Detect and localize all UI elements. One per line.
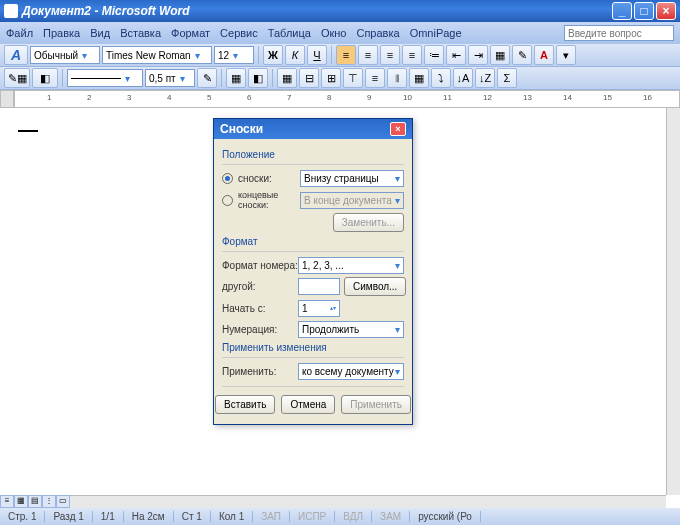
symbol-button[interactable]: Символ... xyxy=(344,277,406,296)
sort-desc-icon[interactable]: ↓Z xyxy=(475,68,495,88)
app-icon xyxy=(4,4,18,18)
status-bar: Стр. 1 Разд 1 1/1 На 2см Ст 1 Кол 1 ЗАП … xyxy=(0,508,680,525)
tables-toolbar: ✎▦ ◧ 0,5 пт ✎ ▦ ◧ ▦ ⊟ ⊞ ⊤ ≡ ⦀ ▦ ⤵ ↓A ↓Z … xyxy=(0,67,680,90)
insert-button[interactable]: Вставить xyxy=(215,395,275,414)
formatting-toolbar: A Обычный Times New Roman 12 Ж К Ч ≡ ≡ ≡… xyxy=(0,44,680,67)
distribute-cols-icon[interactable]: ⦀ xyxy=(387,68,407,88)
maximize-button[interactable]: □ xyxy=(634,2,654,20)
ruler-gutter xyxy=(0,90,14,108)
numbering-select[interactable]: Продолжить xyxy=(298,321,404,338)
menu-tools[interactable]: Сервис xyxy=(220,27,258,39)
close-button[interactable]: × xyxy=(656,2,676,20)
horizontal-ruler[interactable]: 12 34 56 78 910 1112 1314 1516 xyxy=(14,90,680,108)
reading-view-icon[interactable]: ▭ xyxy=(56,495,70,508)
menu-insert[interactable]: Вставка xyxy=(120,27,161,39)
status-column: Кол 1 xyxy=(211,511,253,522)
print-view-icon[interactable]: ▤ xyxy=(28,495,42,508)
bold-icon[interactable]: Ж xyxy=(263,45,283,65)
line-style-select[interactable] xyxy=(67,69,143,87)
menu-view[interactable]: Вид xyxy=(90,27,110,39)
text-direction-icon[interactable]: ⤵ xyxy=(431,68,451,88)
window-titlebar: Документ2 - Microsoft Word _ □ × xyxy=(0,0,680,22)
border-color-icon[interactable]: ✎ xyxy=(197,68,217,88)
status-pages: 1/1 xyxy=(93,511,124,522)
vertical-scrollbar[interactable] xyxy=(666,108,680,495)
menu-edit[interactable]: Правка xyxy=(43,27,80,39)
custom-mark-input[interactable] xyxy=(298,278,340,295)
toolbar-chevron-icon[interactable]: ▾ xyxy=(556,45,576,65)
distribute-rows-icon[interactable]: ≡ xyxy=(365,68,385,88)
status-trk: ИСПР xyxy=(290,511,335,522)
numbered-list-icon[interactable]: ≡ xyxy=(402,45,422,65)
menu-bar: Файл Правка Вид Вставка Формат Сервис Та… xyxy=(0,22,680,44)
bulleted-list-icon[interactable]: ≔ xyxy=(424,45,444,65)
status-line: Ст 1 xyxy=(174,511,211,522)
draw-table-icon[interactable]: ✎▦ xyxy=(4,68,30,88)
outside-border-icon[interactable]: ▦ xyxy=(226,68,246,88)
change-button: Заменить... xyxy=(333,213,404,232)
font-size-select[interactable]: 12 xyxy=(214,46,254,64)
sort-asc-icon[interactable]: ↓A xyxy=(453,68,473,88)
menu-table[interactable]: Таблица xyxy=(268,27,311,39)
font-select[interactable]: Times New Roman xyxy=(102,46,212,64)
apply-button: Применить xyxy=(341,395,411,414)
dialog-titlebar[interactable]: Сноски × xyxy=(214,119,412,139)
view-buttons: ≡ ▦ ▤ ⋮ ▭ xyxy=(0,495,70,508)
decrease-indent-icon[interactable]: ⇤ xyxy=(446,45,466,65)
menu-omnipage[interactable]: OmniPage xyxy=(410,27,462,39)
underline-icon[interactable]: Ч xyxy=(307,45,327,65)
line-width-select[interactable]: 0,5 пт xyxy=(145,69,195,87)
footnotes-location-select[interactable]: Внизу страницы xyxy=(300,170,404,187)
autoformat-icon[interactable]: ▦ xyxy=(409,68,429,88)
insert-table-icon[interactable]: ▦ xyxy=(277,68,297,88)
status-position: На 2см xyxy=(124,511,174,522)
status-ext: ВДЛ xyxy=(335,511,372,522)
merge-cells-icon[interactable]: ⊟ xyxy=(299,68,319,88)
status-rec: ЗАП xyxy=(253,511,290,522)
align-center-icon[interactable]: ≡ xyxy=(358,45,378,65)
status-page: Стр. 1 xyxy=(0,511,45,522)
number-format-label: Формат номера: xyxy=(222,260,298,271)
highlight-icon[interactable]: ✎ xyxy=(512,45,532,65)
align-left-icon[interactable]: ≡ xyxy=(336,45,356,65)
status-language: русский (Ро xyxy=(410,511,481,522)
footnotes-dialog: Сноски × Положение сноски: Внизу страниц… xyxy=(213,118,413,425)
custom-mark-label: другой: xyxy=(222,281,298,292)
dialog-title: Сноски xyxy=(220,122,263,136)
menu-file[interactable]: Файл xyxy=(6,27,33,39)
radio-endnotes-label: концевые сноски: xyxy=(238,190,300,210)
horizontal-scrollbar[interactable] xyxy=(70,495,666,508)
style-select[interactable]: Обычный xyxy=(30,46,100,64)
menu-window[interactable]: Окно xyxy=(321,27,347,39)
align-right-icon[interactable]: ≡ xyxy=(380,45,400,65)
dialog-close-button[interactable]: × xyxy=(390,122,406,136)
align-top-icon[interactable]: ⊤ xyxy=(343,68,363,88)
minimize-button[interactable]: _ xyxy=(612,2,632,20)
autosum-icon[interactable]: Σ xyxy=(497,68,517,88)
split-cells-icon[interactable]: ⊞ xyxy=(321,68,341,88)
borders-icon[interactable]: ▦ xyxy=(490,45,510,65)
italic-icon[interactable]: К xyxy=(285,45,305,65)
font-color-icon[interactable]: A xyxy=(534,45,554,65)
menu-format[interactable]: Формат xyxy=(171,27,210,39)
increase-indent-icon[interactable]: ⇥ xyxy=(468,45,488,65)
radio-endnotes[interactable] xyxy=(222,195,233,206)
styles-pane-icon[interactable]: A xyxy=(4,45,28,65)
apply-to-select[interactable]: ко всему документу xyxy=(298,363,404,380)
eraser-icon[interactable]: ◧ xyxy=(32,68,58,88)
group-apply-label: Применить изменения xyxy=(222,342,404,353)
outline-view-icon[interactable]: ⋮ xyxy=(42,495,56,508)
shading-color-icon[interactable]: ◧ xyxy=(248,68,268,88)
status-ovr: ЗАМ xyxy=(372,511,410,522)
normal-view-icon[interactable]: ≡ xyxy=(0,495,14,508)
radio-footnotes[interactable] xyxy=(222,173,233,184)
radio-footnotes-label: сноски: xyxy=(238,173,300,184)
start-at-input[interactable]: 1 xyxy=(298,300,340,317)
cancel-button[interactable]: Отмена xyxy=(281,395,335,414)
window-title: Документ2 - Microsoft Word xyxy=(22,4,189,18)
help-search-input[interactable] xyxy=(564,25,674,41)
ruler-row: 12 34 56 78 910 1112 1314 1516 xyxy=(0,90,680,108)
web-view-icon[interactable]: ▦ xyxy=(14,495,28,508)
menu-help[interactable]: Справка xyxy=(356,27,399,39)
number-format-select[interactable]: 1, 2, 3, ... xyxy=(298,257,404,274)
